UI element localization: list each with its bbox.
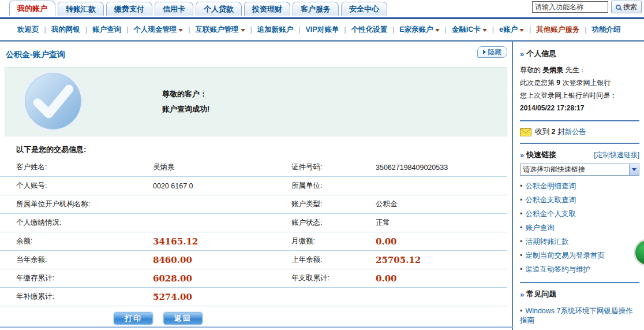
nav-account-query[interactable]: 账户查询: [92, 25, 133, 35]
nav-e-account[interactable]: e账户: [499, 25, 536, 35]
row-label: 所属单位开户机构名称:: [16, 199, 153, 209]
greeting-suffix: 先生：: [566, 66, 586, 74]
row-label: 个人缴纳情况:: [16, 218, 153, 228]
new-announcements-link[interactable]: 新公告: [564, 128, 586, 136]
quick-links-header: 快速链接: [526, 150, 556, 160]
quick-link-select[interactable]: 请选择功能快速链接: [520, 164, 639, 176]
nav-vip-statement[interactable]: VIP对账单: [306, 25, 351, 35]
table-row: 当年余额: 8460.00 上年余额: 25705.12: [0, 251, 507, 269]
row-label: 年支取累计:: [291, 273, 376, 283]
quick-link-fund-withdraw-query[interactable]: 公积金支取查询: [520, 193, 639, 207]
faq-link-windows7-guide[interactable]: Windows 7系统环境下网银盾操作指南: [520, 304, 639, 327]
customize-quick-links-link[interactable]: [定制快速链接]: [594, 150, 639, 160]
sidebar-divider: [520, 143, 639, 144]
table-row: 年补缴累计: 5274.00: [0, 288, 507, 306]
nav-label: E家亲账户: [399, 25, 433, 34]
nav-feature-intro[interactable]: 功能介绍: [591, 25, 620, 35]
table-row: 年缴存累计: 6028.00 年支取累计: 0.00: [0, 269, 507, 288]
check-circle-icon: [20, 68, 86, 136]
success-message-panel: 尊敬的客户： 账户查询成功!: [5, 67, 507, 136]
chevron-down-icon: [519, 29, 524, 32]
row-value: 0020 6167 0: [153, 182, 291, 190]
quick-link-channel-signing[interactable]: 渠道互动签约与维护: [520, 262, 639, 276]
account-info-table: 客户姓名: 吴炳泉 证件号码: 350627198409020533 个人账号:…: [0, 158, 507, 306]
action-buttons: 打印 返回: [114, 312, 512, 325]
tab-my-accounts[interactable]: 我的账户: [9, 1, 55, 16]
row-value: 公积金: [376, 199, 507, 209]
nav-other-account-services[interactable]: 其他账户服务: [536, 25, 591, 35]
row-amount: 34165.12: [153, 236, 291, 247]
row-label: 账户状态:: [291, 218, 376, 228]
row-amount: 25705.12: [376, 255, 507, 265]
transaction-info-title: 以下是您的交易信息:: [16, 144, 512, 155]
row-amount: 6028.00: [153, 273, 291, 284]
nav-ic-card[interactable]: 金融IC卡: [452, 25, 499, 35]
nav-add-account[interactable]: 追加新账户: [257, 25, 306, 35]
tab-transfer[interactable]: 转账汇款: [58, 2, 104, 16]
page-title: 公积金-账户查询: [6, 50, 65, 59]
row-label: 所属单位:: [291, 181, 376, 191]
chevron-down-icon: [435, 29, 440, 32]
hide-panel-button[interactable]: 隐藏: [477, 46, 507, 58]
login-count: 9: [556, 79, 560, 87]
quick-link-transfer[interactable]: 活期转账汇款: [520, 235, 639, 249]
row-value: 正常: [376, 218, 507, 228]
table-row: 个人缴纳情况: 账户状态: 正常: [0, 214, 507, 232]
row-value: 吴炳泉: [153, 162, 291, 172]
print-button[interactable]: 打印: [114, 312, 153, 325]
main-content: 公积金-账户查询 隐藏: [0, 42, 512, 330]
tab-security-center[interactable]: 安全中心: [341, 2, 387, 16]
section-marker-icon: »: [520, 50, 524, 58]
last-login-label: 您上次登录网上银行的时间是：: [520, 89, 639, 102]
faq-link-query-others-fund[interactable]: 我可以查询其他人的公积金账户信息吗?: [520, 327, 639, 330]
table-row: 所属单位开户机构名称: 账户类型: 公积金: [0, 195, 507, 214]
nav-my-ebank[interactable]: 我的网银: [51, 25, 92, 35]
notice-prefix: 收到: [535, 128, 549, 136]
nav-personalization[interactable]: 个性化设置: [351, 25, 399, 35]
nav-family-account[interactable]: E家亲账户: [399, 25, 452, 35]
nav-label: 个人现金管理: [133, 25, 177, 34]
nav-welcome[interactable]: 欢迎页: [17, 25, 51, 35]
row-amount: 8460.00: [153, 255, 291, 265]
nav-personal-cash-mgmt[interactable]: 个人现金管理: [133, 25, 195, 35]
arrow-right-icon: [483, 50, 486, 54]
search-input[interactable]: [532, 1, 608, 13]
online-banking-page: 我的账户 转账汇款 缴费支付 信用卡 个人贷款 投资理财 客户服务 安全中心 搜…: [0, 0, 644, 330]
chevron-down-icon: [482, 29, 487, 32]
row-label: 证件号码:: [291, 162, 376, 172]
notice-middle: 封: [557, 128, 565, 136]
login-prefix: 此次是您第: [520, 79, 555, 87]
function-search: 搜索: [532, 1, 642, 13]
search-button-label: 搜索: [623, 2, 637, 12]
hide-button-label: 隐藏: [488, 47, 501, 57]
section-marker-icon: »: [520, 151, 524, 160]
row-label: 客户姓名:: [16, 162, 153, 172]
row-label: 年补缴累计:: [16, 292, 153, 302]
login-suffix: 次登录网上银行: [562, 79, 611, 87]
nav-linked-account-mgmt[interactable]: 互联账户管理: [196, 25, 257, 35]
search-button[interactable]: 搜索: [611, 1, 642, 13]
chevron-down-icon: [241, 29, 245, 32]
notice-count: 2: [551, 128, 555, 136]
quick-link-fund-detail-query[interactable]: 公积金明细查询: [520, 179, 639, 193]
tab-personal-loan[interactable]: 个人贷款: [196, 2, 242, 16]
row-value: 350627198409020533: [376, 164, 507, 172]
user-name: 吴炳泉: [542, 66, 563, 74]
tab-credit-card[interactable]: 信用卡: [155, 2, 193, 16]
tab-investment[interactable]: 投资理财: [244, 2, 290, 16]
tab-payments[interactable]: 缴费支付: [106, 2, 152, 16]
quick-link-set-login-home[interactable]: 定制当前交易为登录首页: [520, 249, 639, 262]
envelope-icon: [520, 128, 531, 136]
row-label: 月缴额:: [291, 236, 376, 246]
nav-label: 互联账户管理: [196, 25, 239, 34]
row-label: 个人账号:: [16, 181, 153, 191]
last-login-time: 2014/05/22 17:28:17: [520, 102, 639, 114]
login-count-line: 此次是您第 9 次登录网上银行: [520, 76, 639, 89]
tab-customer-service[interactable]: 客户服务: [293, 2, 339, 16]
quick-link-account-query[interactable]: 账户查询: [520, 221, 639, 235]
row-amount: 0.00: [376, 236, 507, 247]
back-button[interactable]: 返回: [163, 312, 203, 325]
quick-link-fund-personal-withdraw[interactable]: 公积金个人支取: [520, 207, 639, 221]
chevron-down-icon: [629, 164, 639, 175]
select-value: 请选择功能快速链接: [521, 165, 585, 175]
